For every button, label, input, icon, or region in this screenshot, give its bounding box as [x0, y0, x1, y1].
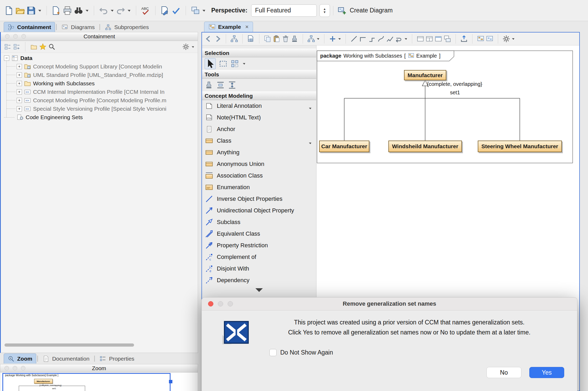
palette-item-note-html-text-[interactable]: HTMLNote(HTML Text)	[202, 112, 316, 123]
no-button[interactable]: No	[486, 367, 521, 378]
view-d-icon[interactable]	[443, 35, 451, 43]
class-manufacturer[interactable]: Manufacturer	[404, 70, 446, 80]
perspective-stepper[interactable]: ▲▼	[319, 4, 330, 17]
tab-example[interactable]: Example ×	[204, 22, 253, 32]
plus-icon[interactable]	[329, 35, 337, 43]
line-corner-icon[interactable]	[359, 35, 367, 43]
stamp-icon[interactable]	[291, 35, 298, 43]
layout-icon[interactable]	[307, 35, 315, 43]
panel-dot[interactable]	[13, 366, 17, 370]
caret-icon[interactable]	[110, 8, 114, 13]
caret-icon[interactable]	[308, 106, 312, 110]
caret-icon[interactable]	[127, 8, 131, 13]
line-step-icon[interactable]	[368, 35, 376, 43]
copy-icon[interactable]	[264, 35, 272, 43]
expand-box[interactable]: +	[17, 89, 22, 95]
palette-item-class[interactable]: Class	[202, 135, 316, 147]
forward-icon[interactable]	[214, 35, 222, 43]
tab-close-icon[interactable]: ×	[245, 24, 249, 30]
expand-tree-icon[interactable]	[13, 43, 20, 50]
magnifier-icon[interactable]	[48, 43, 56, 50]
tab-documentation[interactable]: Documentation	[39, 354, 93, 364]
tree-item[interactable]: +UML Standard Profile [UML_Standard_Prof…	[1, 71, 198, 79]
line-diag-icon[interactable]	[350, 35, 358, 43]
tab-subproperties[interactable]: Subproperties	[101, 22, 153, 32]
binoculars-icon[interactable]	[74, 6, 83, 15]
tree-item[interactable]: +«»Concept Modeling Profile [Concept Mod…	[1, 96, 198, 105]
zoom-viewport-rect[interactable]	[2, 373, 171, 391]
do-not-show-again-checkbox[interactable]	[269, 349, 277, 356]
expand-box[interactable]: +	[17, 64, 22, 69]
publish-icon[interactable]	[460, 35, 468, 43]
perspective-select[interactable]: Full Featured	[251, 4, 317, 17]
palette-item-subclass[interactable]: Subclass	[202, 216, 316, 228]
caret-icon[interactable]	[308, 141, 312, 145]
create-diagram-button[interactable]: Create Diagram	[338, 6, 393, 15]
caret-icon[interactable]	[242, 62, 246, 66]
open-in-icon[interactable]	[30, 43, 38, 50]
layout-tree-icon[interactable]	[230, 35, 238, 43]
zoom-viewport-handle[interactable]	[169, 380, 172, 383]
marquee-icon[interactable]	[219, 59, 227, 68]
caret-icon[interactable]	[85, 8, 89, 13]
palette-item-anonymous-union[interactable]: Anonymous Union	[202, 158, 316, 170]
caret-icon[interactable]	[338, 37, 341, 41]
tab-properties[interactable]: Properties	[96, 354, 138, 364]
line-curve-icon[interactable]	[377, 35, 385, 43]
view-b-icon[interactable]	[425, 35, 433, 43]
expand-box[interactable]: +	[17, 106, 22, 111]
caret-icon[interactable]	[316, 37, 320, 41]
stamp-tool-icon[interactable]	[205, 81, 213, 89]
horizontal-scrollbar[interactable]	[3, 343, 196, 347]
caret-icon[interactable]	[202, 8, 206, 13]
multi-select-icon[interactable]	[231, 59, 239, 68]
collapse-tree-icon[interactable]	[4, 43, 11, 50]
yes-button[interactable]: Yes	[529, 367, 564, 378]
tree-item[interactable]: −Data	[1, 54, 198, 62]
tree-item[interactable]: Code Engineering Sets	[1, 113, 198, 122]
palette-item-complement-of[interactable]: cComplement of	[202, 251, 316, 263]
paste-icon[interactable]	[273, 35, 281, 43]
panel-dot[interactable]	[13, 34, 18, 39]
gear-icon[interactable]	[182, 43, 190, 50]
redo-icon[interactable]	[116, 6, 125, 15]
delete-icon[interactable]	[282, 35, 290, 43]
class-car-manufacturer[interactable]: Car Manufacturer	[319, 141, 369, 152]
palette-item-disjoint-with[interactable]: dDisjoint With	[202, 263, 316, 274]
collapse-box[interactable]: −	[4, 55, 9, 61]
tree-item[interactable]: +Working with Subclasses	[1, 79, 198, 88]
expand-box[interactable]: +	[17, 98, 22, 103]
reroute-icon[interactable]	[395, 35, 403, 43]
minimize-window-icon[interactable]	[218, 301, 223, 306]
palette-item-property-restriction[interactable]: Property Restriction	[202, 240, 316, 251]
save-icon[interactable]	[26, 6, 36, 15]
back-icon[interactable]	[205, 35, 213, 43]
tree-item[interactable]: +«»Special Style Versioning Profile [Spe…	[1, 105, 198, 113]
palette-item-equivalent-class[interactable]: Equivalent Class	[202, 228, 316, 240]
copy-diagram-icon[interactable]	[191, 6, 200, 15]
star-icon[interactable]	[39, 43, 47, 50]
tab-zoom[interactable]: Zoom	[4, 353, 36, 364]
undo-icon[interactable]	[99, 6, 108, 15]
expand-box[interactable]: +	[17, 81, 22, 86]
palette-item-literal-annotation[interactable]: Literal Annotation	[202, 100, 316, 112]
mini-b-icon[interactable]	[486, 35, 494, 43]
palette-scroll-down-icon[interactable]	[255, 288, 263, 292]
palette-item-anchor[interactable]: Anchor	[202, 123, 316, 135]
cursor-icon[interactable]	[205, 58, 216, 69]
line-zigzag-icon[interactable]	[386, 35, 394, 43]
open-folder-icon[interactable]	[15, 6, 25, 15]
view-c-icon[interactable]	[434, 35, 442, 43]
maximize-window-icon[interactable]	[228, 301, 233, 306]
panel-dot[interactable]	[4, 366, 9, 370]
new-doc-icon[interactable]	[4, 6, 14, 15]
print-icon[interactable]	[63, 6, 72, 15]
panel-dot[interactable]	[21, 366, 25, 370]
caret-icon[interactable]	[511, 37, 515, 41]
palette-item-enumeration[interactable]: Enumeration	[202, 181, 316, 193]
tree-item[interactable]: +Concept Modeling Support Library [Conce…	[1, 62, 198, 71]
tree-item[interactable]: +«»CCM Internal Implementation Profile […	[1, 88, 198, 96]
mini-a-icon[interactable]	[477, 35, 485, 43]
class-windsheild-manufacturer[interactable]: Windsheild Manufacturer	[388, 141, 462, 152]
caret-icon[interactable]	[191, 45, 195, 49]
